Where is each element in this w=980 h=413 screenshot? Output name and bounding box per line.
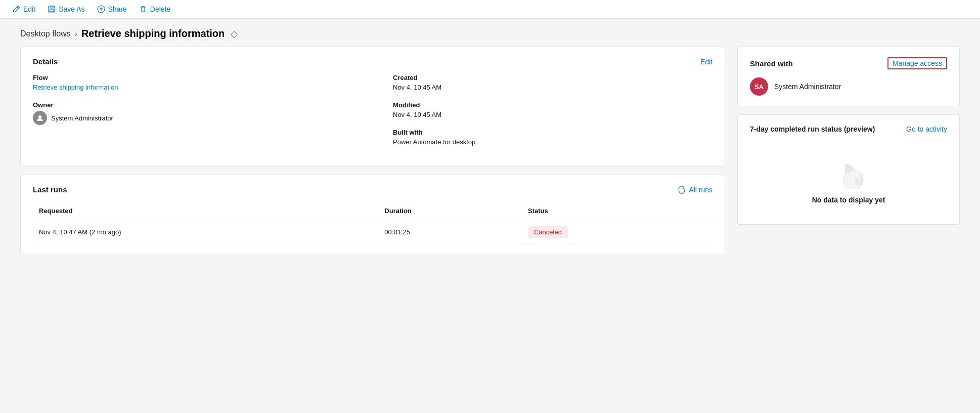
flow-label: Flow [33, 74, 352, 81]
table-row: Nov 4, 10:47 AM (2 mo ago)00:01:25Cancel… [33, 220, 712, 244]
share-icon [97, 5, 105, 13]
sa-name: System Administrator [774, 82, 841, 91]
svg-rect-6 [860, 174, 863, 185]
owner-row: System Administrator [33, 111, 352, 125]
svg-rect-7 [855, 186, 863, 186]
main-content: Details Edit Flow Retrieve shipping info… [0, 47, 980, 275]
svg-rect-1 [50, 6, 53, 8]
toolbar: Edit Save As Share Delete [0, 0, 980, 19]
created-detail: Created Nov 4, 10:45 AM [393, 74, 712, 91]
svg-rect-2 [50, 10, 54, 12]
col-status: Status [522, 202, 712, 220]
edit-button[interactable]: Edit [12, 5, 35, 13]
run-status-title: 7-day completed run status (preview) [750, 125, 875, 133]
svg-point-4 [38, 115, 41, 118]
built-with-detail: Built with Power Automate for desktop [393, 129, 712, 146]
go-to-activity-link[interactable]: Go to activity [906, 125, 947, 133]
col-duration: Duration [378, 202, 522, 220]
details-card: Details Edit Flow Retrieve shipping info… [20, 47, 725, 167]
modified-label: Modified [393, 101, 712, 109]
svg-rect-5 [855, 178, 858, 185]
run-status-card: 7-day completed run status (preview) Go … [737, 114, 960, 225]
right-column: Shared with Manage access SA System Admi… [737, 47, 960, 225]
run-status: Canceled [522, 220, 712, 244]
owner-detail: Owner System Administrator [33, 101, 352, 125]
status-badge: Canceled [528, 226, 568, 238]
col-requested: Requested [33, 202, 378, 220]
last-runs-card: Last runs All runs Requested Duration St… [20, 175, 725, 255]
last-runs-title: Last runs [33, 185, 67, 194]
refresh-icon [678, 186, 686, 194]
breadcrumb-parent[interactable]: Desktop flows [20, 29, 71, 38]
details-card-header: Details Edit [33, 57, 712, 66]
shared-with-card: Shared with Manage access SA System Admi… [737, 47, 960, 106]
details-title: Details [33, 57, 58, 66]
run-duration: 00:01:25 [378, 220, 522, 244]
breadcrumb-separator: › [75, 29, 77, 38]
run-status-header: 7-day completed run status (preview) Go … [750, 125, 947, 133]
built-with-label: Built with [393, 129, 712, 136]
detail-right-column: Created Nov 4, 10:45 AM Modified Nov 4, … [373, 74, 712, 156]
last-runs-header: Last runs All runs [33, 185, 712, 194]
sa-avatar: SA [750, 77, 768, 96]
created-label: Created [393, 74, 712, 81]
all-runs-button[interactable]: All runs [678, 186, 712, 194]
created-value: Nov 4, 10:45 AM [393, 84, 712, 91]
left-column: Details Edit Flow Retrieve shipping info… [20, 47, 725, 255]
flow-detail: Flow Retrieve shipping information [33, 74, 352, 91]
owner-avatar [33, 111, 47, 125]
no-data-area: No data to display yet [750, 143, 947, 214]
detail-left-column: Flow Retrieve shipping information Owner [33, 74, 373, 156]
share-button[interactable]: Share [97, 5, 127, 13]
delete-icon [139, 5, 147, 13]
runs-table: Requested Duration Status Nov 4, 10:47 A… [33, 202, 712, 244]
save-as-icon [48, 5, 56, 13]
owner-name: System Administrator [51, 114, 113, 122]
delete-button[interactable]: Delete [139, 5, 170, 13]
diamond-icon: ◇ [231, 28, 238, 39]
flow-value[interactable]: Retrieve shipping information [33, 84, 352, 91]
modified-value: Nov 4, 10:45 AM [393, 111, 712, 118]
shared-user-row: SA System Administrator [750, 77, 947, 96]
no-data-chart-icon [831, 158, 866, 189]
no-data-text: No data to display yet [812, 196, 885, 204]
manage-access-button[interactable]: Manage access [887, 57, 947, 69]
run-requested: Nov 4, 10:47 AM (2 mo ago) [33, 220, 378, 244]
breadcrumb-current: Retrieve shipping information [81, 28, 225, 39]
shared-with-title: Shared with [750, 59, 793, 68]
modified-detail: Modified Nov 4, 10:45 AM [393, 101, 712, 118]
details-grid: Flow Retrieve shipping information Owner [33, 74, 712, 156]
details-edit-link[interactable]: Edit [700, 58, 712, 66]
built-with-value: Power Automate for desktop [393, 138, 712, 146]
breadcrumb: Desktop flows › Retrieve shipping inform… [0, 19, 980, 47]
edit-icon [12, 5, 20, 13]
save-as-button[interactable]: Save As [48, 5, 84, 13]
shared-with-header: Shared with Manage access [750, 57, 947, 69]
owner-label: Owner [33, 101, 352, 109]
